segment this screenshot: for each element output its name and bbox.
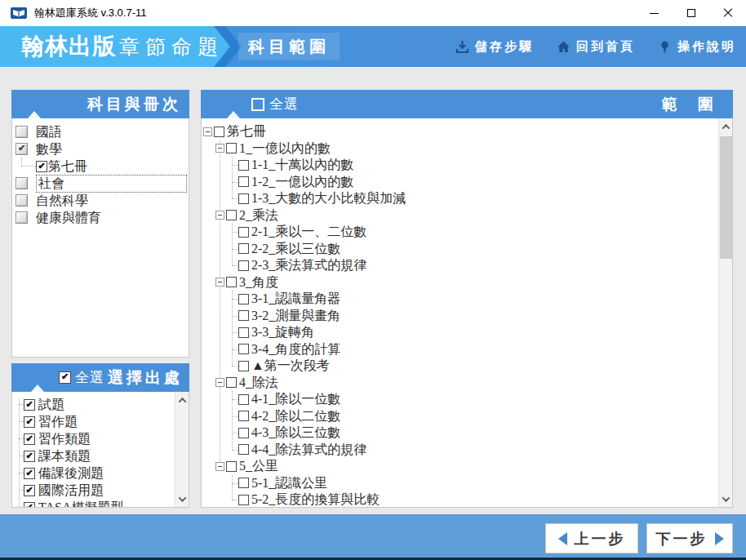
subject-row[interactable]: 健康與體育 xyxy=(16,209,187,226)
source-label[interactable]: 備課後測題 xyxy=(38,465,104,482)
subject-checkbox[interactable] xyxy=(16,177,28,189)
select-all-checkbox[interactable]: ✔ xyxy=(59,371,71,384)
tree-label[interactable]: 3-1_認識量角器 xyxy=(251,291,340,307)
scroll-down-icon[interactable] xyxy=(175,492,189,505)
source-row[interactable]: ✔TASA模擬題型 xyxy=(24,499,124,507)
tree-row[interactable]: ▲第一次段考 xyxy=(228,358,330,375)
tree-label[interactable]: 4-1_除以一位數 xyxy=(251,391,340,407)
subject-row[interactable]: ✔數學 xyxy=(16,140,187,158)
next-step-button[interactable]: 下一步 xyxy=(646,523,733,553)
tree-expander-icon[interactable] xyxy=(215,211,224,220)
source-label[interactable]: 習作題 xyxy=(38,414,78,430)
source-row[interactable]: ✔試題 xyxy=(24,396,64,413)
source-row[interactable]: ✔課本類題 xyxy=(24,447,91,464)
source-row[interactable]: ✔國際活用題 xyxy=(24,482,104,499)
tree-checkbox[interactable] xyxy=(238,444,249,455)
sources-select-all[interactable]: ✔ 全選 xyxy=(59,368,104,387)
tree-checkbox[interactable] xyxy=(238,428,249,438)
tree-label[interactable]: 3-3_旋轉角 xyxy=(251,324,314,340)
source-label[interactable]: TASA模擬題型 xyxy=(38,500,124,508)
subject-checkbox[interactable] xyxy=(16,194,28,207)
tree-expander-icon[interactable] xyxy=(215,144,224,153)
tree-row[interactable]: 1_一億以內的數 xyxy=(215,140,331,158)
tree-row[interactable]: 3-2_測量與畫角 xyxy=(228,308,340,325)
source-checkbox[interactable]: ✔ xyxy=(24,416,35,428)
tree-label[interactable]: 2-1_乘以一、二位數 xyxy=(251,224,366,240)
tree-checkbox[interactable] xyxy=(238,227,249,238)
tree-label[interactable]: 1-2_一億以內的數 xyxy=(251,174,353,190)
tree-label[interactable]: 1-3_大數的大小比較與加減 xyxy=(251,190,406,207)
source-label[interactable]: 國際活用題 xyxy=(38,482,104,499)
tree-checkbox[interactable] xyxy=(238,344,249,354)
tree-checkbox[interactable] xyxy=(226,461,237,472)
subject-checkbox[interactable]: ✔ xyxy=(36,161,47,172)
subject-row[interactable]: ✔第七冊 xyxy=(36,158,187,175)
prev-step-button[interactable]: 上一步 xyxy=(545,523,638,553)
subject-label[interactable]: 自然科學 xyxy=(36,193,88,209)
tree-label[interactable]: 4-4_除法算式的規律 xyxy=(251,442,366,458)
tree-row[interactable]: 1-3_大數的大小比較與加減 xyxy=(228,190,406,207)
tree-expander-icon[interactable] xyxy=(203,127,212,136)
source-checkbox[interactable]: ✔ xyxy=(24,399,35,411)
tree-checkbox[interactable] xyxy=(226,143,237,153)
tree-label[interactable]: ▲第一次段考 xyxy=(251,358,330,374)
source-checkbox[interactable]: ✔ xyxy=(24,502,35,508)
subject-label[interactable]: 健康與體育 xyxy=(36,210,101,226)
tree-label[interactable]: 2-2_乘以三位數 xyxy=(251,241,340,257)
tree-expander-icon[interactable] xyxy=(215,278,224,287)
tree-checkbox[interactable] xyxy=(238,394,249,405)
subject-checkbox[interactable] xyxy=(16,126,28,138)
subject-label[interactable]: 第七冊 xyxy=(48,158,87,175)
tree-checkbox[interactable] xyxy=(238,310,249,321)
subject-checkbox[interactable] xyxy=(16,211,28,224)
tree-label[interactable]: 2-3_乘法算式的規律 xyxy=(251,257,366,273)
source-checkbox[interactable]: ✔ xyxy=(24,451,35,462)
tree-row[interactable]: 3-3_旋轉角 xyxy=(228,324,314,341)
scroll-up-icon[interactable] xyxy=(175,393,189,407)
tree-checkbox[interactable] xyxy=(238,411,249,421)
tree-label[interactable]: 第七冊 xyxy=(227,123,266,140)
scope-select-all[interactable]: 全選 xyxy=(251,95,299,113)
tree-row[interactable]: 3_角度 xyxy=(215,274,278,291)
tree-row[interactable]: 4-2_除以二位數 xyxy=(228,408,340,425)
tree-checkbox[interactable] xyxy=(238,243,249,254)
tree-label[interactable]: 5-1_認識公里 xyxy=(251,475,327,491)
tree-row[interactable]: 5_公里 xyxy=(215,458,278,475)
subject-label[interactable]: 國語 xyxy=(36,124,62,140)
tree-row[interactable]: 4-3_除以三位數 xyxy=(228,424,340,442)
tree-checkbox[interactable] xyxy=(238,478,249,488)
source-checkbox[interactable]: ✔ xyxy=(24,433,35,445)
tree-row[interactable]: 2-1_乘以一、二位數 xyxy=(228,224,366,241)
scroll-up-icon[interactable] xyxy=(719,120,732,133)
tree-checkbox[interactable] xyxy=(238,193,249,204)
subject-label[interactable]: 社會 xyxy=(36,175,187,193)
source-label[interactable]: 習作類題 xyxy=(38,431,91,447)
tree-row[interactable]: 4_除法 xyxy=(215,375,278,392)
source-checkbox[interactable]: ✔ xyxy=(24,485,35,496)
close-icon[interactable] xyxy=(709,0,746,26)
tree-checkbox[interactable] xyxy=(238,260,249,271)
tree-checkbox[interactable] xyxy=(226,277,237,287)
tree-label[interactable]: 4_除法 xyxy=(239,375,278,391)
tree-row[interactable]: 4-4_除法算式的規律 xyxy=(228,442,366,459)
subject-checkbox[interactable]: ✔ xyxy=(16,143,28,155)
tree-checkbox[interactable] xyxy=(238,361,249,371)
tree-checkbox[interactable] xyxy=(238,495,249,505)
tree-label[interactable]: 3_角度 xyxy=(239,274,278,291)
tree-label[interactable]: 5-2_長度的換算與比較 xyxy=(251,491,380,507)
source-checkbox[interactable]: ✔ xyxy=(24,468,35,479)
tree-label[interactable]: 4-2_除以二位數 xyxy=(251,408,340,424)
tree-row[interactable]: 1-1_十萬以內的數 xyxy=(228,157,353,174)
minimize-icon[interactable] xyxy=(636,0,673,26)
tree-row[interactable]: 3-4_角度的計算 xyxy=(228,341,340,358)
tree-label[interactable]: 2_乘法 xyxy=(239,207,278,224)
tree-row[interactable]: 5-1_認識公里 xyxy=(228,475,327,492)
source-label[interactable]: 課本類題 xyxy=(38,448,91,464)
tree-checkbox[interactable] xyxy=(238,176,249,187)
tree-row[interactable]: 2_乘法 xyxy=(215,207,278,224)
tree-row[interactable]: 2-3_乘法算式的規律 xyxy=(228,257,366,274)
tree-label[interactable]: 1_一億以內的數 xyxy=(239,140,331,157)
tree-label[interactable]: 4-3_除以三位數 xyxy=(251,424,340,441)
sources-scrollbar[interactable] xyxy=(175,392,189,507)
tree-row[interactable]: 2-2_乘以三位數 xyxy=(228,241,340,258)
